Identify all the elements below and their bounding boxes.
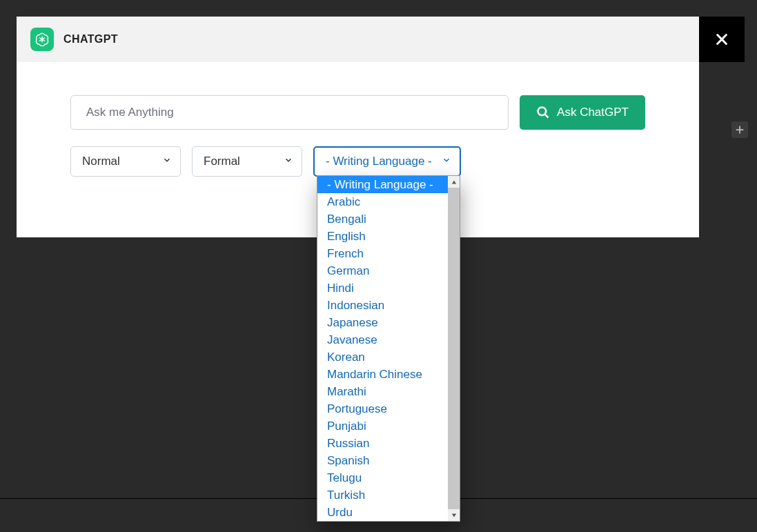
language-option[interactable]: Korean (317, 348, 448, 366)
ask-chatgpt-button[interactable]: Ask ChatGPT (520, 95, 645, 130)
search-row: Ask ChatGPT (70, 95, 645, 130)
close-button[interactable] (699, 17, 745, 62)
svg-marker-4 (451, 180, 455, 184)
tone-select[interactable]: Normal (70, 146, 181, 177)
scroll-up-arrow-icon[interactable] (448, 176, 460, 188)
search-icon (536, 106, 550, 119)
language-option[interactable]: - Writing Language - (317, 176, 448, 193)
language-option[interactable]: Japanese (317, 314, 448, 331)
tone-select-value: Normal (82, 155, 120, 168)
language-option[interactable]: English (317, 228, 448, 245)
language-dropdown-list[interactable]: - Writing Language -ArabicBengaliEnglish… (317, 176, 448, 521)
modal-body: Ask ChatGPT Normal Formal - Writing Lang… (17, 62, 699, 177)
svg-line-3 (545, 115, 549, 118)
language-option[interactable]: Telugu (317, 469, 448, 486)
chevron-down-icon (162, 155, 172, 168)
plus-icon (735, 125, 745, 135)
language-option[interactable]: Hindi (317, 279, 448, 297)
chevron-down-icon (284, 155, 293, 168)
close-icon (714, 32, 729, 47)
scroll-down-arrow-icon[interactable] (448, 509, 460, 521)
style-select-value: Formal (204, 155, 240, 168)
language-option[interactable]: Marathi (317, 383, 448, 400)
language-option[interactable]: Arabic (317, 193, 448, 210)
dropdown-scrollbar[interactable] (448, 176, 460, 521)
language-option[interactable]: Punjabi (317, 417, 448, 435)
language-option[interactable]: Russian (317, 435, 448, 452)
language-option[interactable]: Spanish (317, 452, 448, 469)
language-option[interactable]: Portuguese (317, 400, 448, 417)
selects-row: Normal Formal - Writing Language - (70, 146, 645, 177)
language-dropdown-panel: - Writing Language -ArabicBengaliEnglish… (317, 175, 460, 522)
language-option[interactable]: Mandarin Chinese (317, 366, 448, 383)
ask-button-label: Ask ChatGPT (557, 106, 629, 119)
language-option[interactable]: Turkish (317, 486, 448, 504)
add-button[interactable] (731, 121, 748, 138)
svg-point-2 (538, 108, 547, 116)
chatgpt-logo-icon (30, 28, 54, 51)
modal-header: CHATGPT (17, 17, 699, 62)
language-option[interactable]: Bengali (317, 210, 448, 228)
language-option[interactable]: French (317, 245, 448, 262)
language-option[interactable]: Javanese (317, 331, 448, 348)
scrollbar-thumb[interactable] (448, 188, 460, 509)
language-option[interactable]: Urdu (317, 504, 448, 521)
language-option[interactable]: Indonesian (317, 297, 448, 314)
app-title: CHATGPT (63, 33, 118, 46)
style-select[interactable]: Formal (192, 146, 302, 177)
prompt-input[interactable] (70, 95, 509, 130)
chevron-down-icon (442, 155, 451, 168)
svg-marker-5 (451, 513, 455, 517)
writing-language-select[interactable]: - Writing Language - (313, 146, 461, 177)
language-select-value: - Writing Language - (326, 155, 432, 168)
language-option[interactable]: German (317, 262, 448, 279)
